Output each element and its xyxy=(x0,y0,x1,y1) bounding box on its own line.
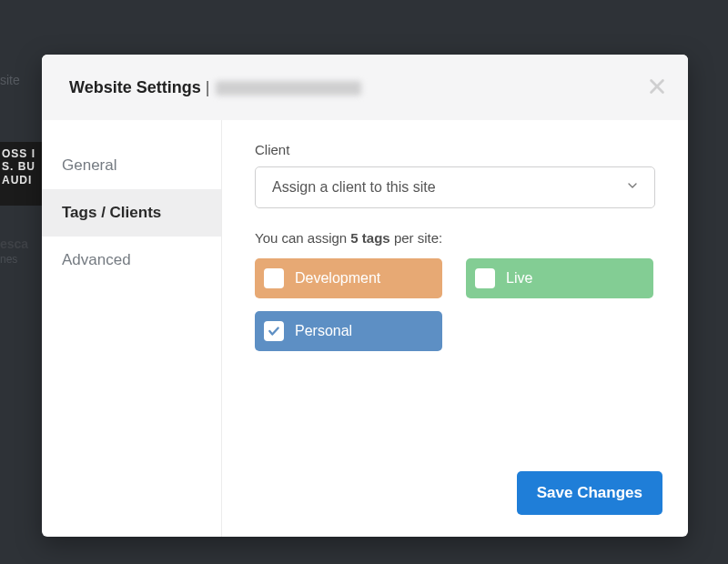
client-label: Client xyxy=(255,142,655,157)
tag-label: Personal xyxy=(295,323,352,339)
modal-title: Website Settings | xyxy=(69,78,361,97)
tags-note-post: per site: xyxy=(390,230,443,246)
sidebar-item-advanced[interactable]: Advanced xyxy=(42,237,221,284)
modal-body: General Tags / Clients Advanced Client A… xyxy=(42,120,688,537)
tag-label: Development xyxy=(295,270,380,287)
modal-header: Website Settings | xyxy=(42,55,688,120)
backdrop-text: esca xyxy=(0,237,28,251)
client-select-placeholder: Assign a client to this site xyxy=(272,179,436,196)
modal-title-separator: | xyxy=(201,78,215,96)
close-icon xyxy=(647,86,667,99)
close-button[interactable] xyxy=(644,75,670,100)
tags-note-pre: You can assign xyxy=(255,230,350,246)
content-panel: Client Assign a client to this site You … xyxy=(222,120,688,537)
save-button[interactable]: Save Changes xyxy=(517,471,662,515)
backdrop-text: nes xyxy=(0,253,17,266)
checkbox-icon xyxy=(264,268,284,288)
backdrop-text: site xyxy=(0,73,20,87)
tag-live[interactable]: Live xyxy=(466,258,653,298)
checkbox-icon xyxy=(264,321,284,341)
tags-list: Development Live Personal xyxy=(255,258,655,351)
tag-development[interactable]: Development xyxy=(255,258,442,298)
sidebar: General Tags / Clients Advanced xyxy=(42,120,222,537)
chevron-down-icon xyxy=(625,178,640,196)
client-select[interactable]: Assign a client to this site xyxy=(255,166,655,208)
tags-note-bold: 5 tags xyxy=(350,230,389,246)
checkbox-icon xyxy=(475,268,495,288)
sidebar-item-tags-clients[interactable]: Tags / Clients xyxy=(42,189,221,237)
tag-personal[interactable]: Personal xyxy=(255,311,442,351)
modal-footer: Save Changes xyxy=(517,471,662,515)
sidebar-item-general[interactable]: General xyxy=(42,142,221,189)
modal-title-sitename xyxy=(216,81,361,96)
settings-modal: Website Settings | General Tags / Client… xyxy=(42,55,688,537)
modal-title-prefix: Website Settings xyxy=(69,78,201,96)
backdrop-card: OSS I S. BU AUDI xyxy=(0,142,44,206)
tag-label: Live xyxy=(506,270,532,287)
tags-note: You can assign 5 tags per site: xyxy=(255,230,655,246)
